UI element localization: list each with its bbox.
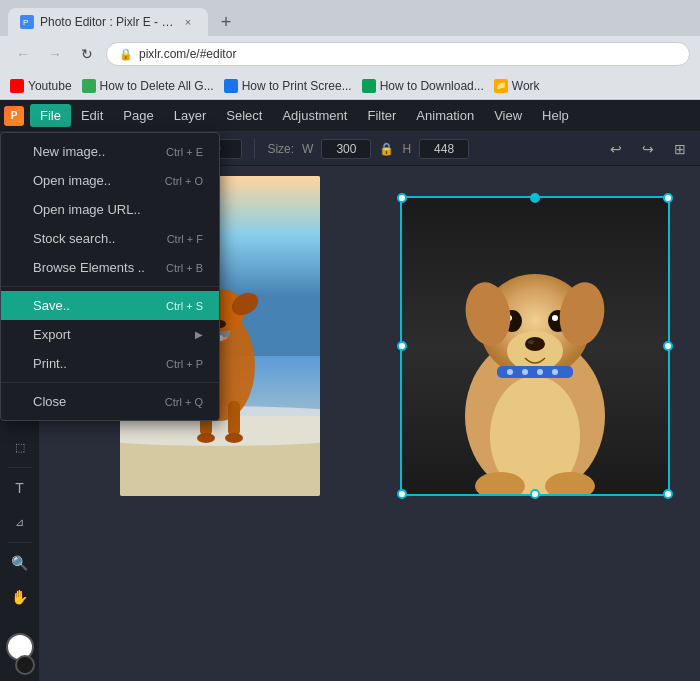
browse-elements-label: Browse Elements .. bbox=[33, 260, 145, 275]
menu-new-image[interactable]: New image.. Ctrl + E bbox=[1, 137, 219, 166]
tab-bar: P Photo Editor : Pixlr E - free imag... … bbox=[0, 0, 700, 36]
youtube-bookmark-icon bbox=[10, 79, 24, 93]
tool-separator-4 bbox=[8, 467, 32, 468]
open-image-label: Open image.. bbox=[33, 173, 111, 188]
stock-search-shortcut: Ctrl + F bbox=[167, 233, 203, 245]
mask-tool-button[interactable]: ⬚ bbox=[4, 431, 36, 463]
file-dropdown-menu: New image.. Ctrl + E Open image.. Ctrl +… bbox=[0, 132, 220, 421]
menu-filter[interactable]: Filter bbox=[357, 104, 406, 127]
handle-bottom-right[interactable] bbox=[663, 489, 673, 499]
tab-title: Photo Editor : Pixlr E - free imag... bbox=[40, 15, 174, 29]
menu-stock-search[interactable]: Stock search.. Ctrl + F bbox=[1, 224, 219, 253]
tool-separator-5 bbox=[8, 542, 32, 543]
menu-page[interactable]: Page bbox=[113, 104, 163, 127]
toolbar-separator-2 bbox=[254, 139, 255, 159]
handle-top-left[interactable] bbox=[397, 193, 407, 203]
address-bar[interactable]: 🔒 pixlr.com/e/#editor bbox=[106, 42, 690, 66]
export-label: Export bbox=[33, 327, 71, 342]
undo-button[interactable]: ↩ bbox=[604, 137, 628, 161]
arrange-button[interactable]: ⊞ bbox=[668, 137, 692, 161]
handle-bottom-left[interactable] bbox=[397, 489, 407, 499]
handle-bottom-center[interactable] bbox=[530, 489, 540, 499]
back-button[interactable]: ← bbox=[10, 41, 36, 67]
menu-open-url[interactable]: Open image URL.. bbox=[1, 195, 219, 224]
tab-favicon: P bbox=[20, 15, 34, 29]
puppy-image-selected bbox=[400, 196, 670, 496]
print-bookmark-label: How to Print Scree... bbox=[242, 79, 352, 93]
h-input[interactable] bbox=[419, 139, 469, 159]
bookmark-youtube[interactable]: Youtube bbox=[10, 79, 72, 93]
w-label: W bbox=[302, 142, 313, 156]
new-image-label: New image.. bbox=[33, 144, 105, 159]
bookmark-download[interactable]: How to Download... bbox=[362, 79, 484, 93]
dropdown-section-1: New image.. Ctrl + E Open image.. Ctrl +… bbox=[1, 133, 219, 286]
svg-rect-13 bbox=[228, 401, 240, 436]
menu-animation[interactable]: Animation bbox=[406, 104, 484, 127]
svg-point-15 bbox=[225, 433, 243, 443]
close-label: Close bbox=[33, 394, 66, 409]
text-tool-button[interactable]: T bbox=[4, 472, 36, 504]
handle-top-right[interactable] bbox=[663, 193, 673, 203]
menu-open-image[interactable]: Open image.. Ctrl + O bbox=[1, 166, 219, 195]
selection-border bbox=[400, 196, 670, 496]
close-shortcut: Ctrl + Q bbox=[165, 396, 203, 408]
hand-tool-button[interactable]: ✋ bbox=[4, 581, 36, 613]
open-url-label: Open image URL.. bbox=[33, 202, 141, 217]
menu-view[interactable]: View bbox=[484, 104, 532, 127]
print-label: Print.. bbox=[33, 356, 67, 371]
lock-proportions-icon[interactable]: 🔒 bbox=[379, 142, 394, 156]
menu-bar: P File Edit Page Layer Select Adjustment… bbox=[0, 100, 700, 132]
nav-bar: ← → ↻ 🔒 pixlr.com/e/#editor bbox=[0, 36, 700, 72]
bookmark-delete[interactable]: How to Delete All G... bbox=[82, 79, 214, 93]
menu-browse-elements[interactable]: Browse Elements .. Ctrl + B bbox=[1, 253, 219, 282]
browse-elements-shortcut: Ctrl + B bbox=[166, 262, 203, 274]
zoom-tool-button[interactable]: 🔍 bbox=[4, 547, 36, 579]
svg-text:P: P bbox=[23, 18, 28, 27]
bookmark-print[interactable]: How to Print Scree... bbox=[224, 79, 352, 93]
menu-help[interactable]: Help bbox=[532, 104, 579, 127]
app: P File Edit Page Layer Select Adjustment… bbox=[0, 100, 700, 681]
menu-print[interactable]: Print.. Ctrl + P bbox=[1, 349, 219, 378]
menu-adjustment[interactable]: Adjustment bbox=[272, 104, 357, 127]
open-image-shortcut: Ctrl + O bbox=[165, 175, 203, 187]
menu-export[interactable]: Export ▶ bbox=[1, 320, 219, 349]
handle-middle-right[interactable] bbox=[663, 341, 673, 351]
menu-select[interactable]: Select bbox=[216, 104, 272, 127]
refresh-button[interactable]: ↻ bbox=[74, 41, 100, 67]
new-tab-button[interactable]: + bbox=[212, 8, 240, 36]
tab-close-button[interactable]: × bbox=[180, 14, 196, 30]
menu-file[interactable]: File bbox=[30, 104, 71, 127]
bookmark-work[interactable]: 📁 Work bbox=[494, 79, 540, 93]
background-color-swatch[interactable] bbox=[15, 655, 35, 675]
download-bookmark-label: How to Download... bbox=[380, 79, 484, 93]
youtube-bookmark-label: Youtube bbox=[28, 79, 72, 93]
menu-close[interactable]: Close Ctrl + Q bbox=[1, 387, 219, 416]
redo-button[interactable]: ↪ bbox=[636, 137, 660, 161]
save-label: Save.. bbox=[33, 298, 70, 313]
menu-save[interactable]: Save.. Ctrl + S bbox=[1, 291, 219, 320]
w-input[interactable] bbox=[321, 139, 371, 159]
menu-layer[interactable]: Layer bbox=[164, 104, 217, 127]
forward-button[interactable]: → bbox=[42, 41, 68, 67]
bookmarks-bar: Youtube How to Delete All G... How to Pr… bbox=[0, 72, 700, 100]
save-shortcut: Ctrl + S bbox=[166, 300, 203, 312]
menu-edit[interactable]: Edit bbox=[71, 104, 113, 127]
app-logo: P bbox=[4, 106, 24, 126]
download-bookmark-icon bbox=[362, 79, 376, 93]
dropdown-section-3: Close Ctrl + Q bbox=[1, 382, 219, 420]
dropdown-section-2: Save.. Ctrl + S Export ▶ Print.. Ctrl + … bbox=[1, 286, 219, 382]
handle-middle-left[interactable] bbox=[397, 341, 407, 351]
print-shortcut: Ctrl + P bbox=[166, 358, 203, 370]
size-label: Size: bbox=[267, 142, 294, 156]
eyedropper-tool-button[interactable]: ⊿ bbox=[4, 506, 36, 538]
browser-chrome: P Photo Editor : Pixlr E - free imag... … bbox=[0, 0, 700, 100]
menu-bar-container: P File Edit Page Layer Select Adjustment… bbox=[0, 100, 700, 132]
export-arrow: ▶ bbox=[195, 329, 203, 340]
active-tab[interactable]: P Photo Editor : Pixlr E - free imag... … bbox=[8, 8, 208, 36]
h-label: H bbox=[402, 142, 411, 156]
handle-top-center[interactable] bbox=[530, 193, 540, 203]
work-bookmark-label: Work bbox=[512, 79, 540, 93]
new-image-shortcut: Ctrl + E bbox=[166, 146, 203, 158]
delete-bookmark-label: How to Delete All G... bbox=[100, 79, 214, 93]
svg-point-14 bbox=[197, 433, 215, 443]
